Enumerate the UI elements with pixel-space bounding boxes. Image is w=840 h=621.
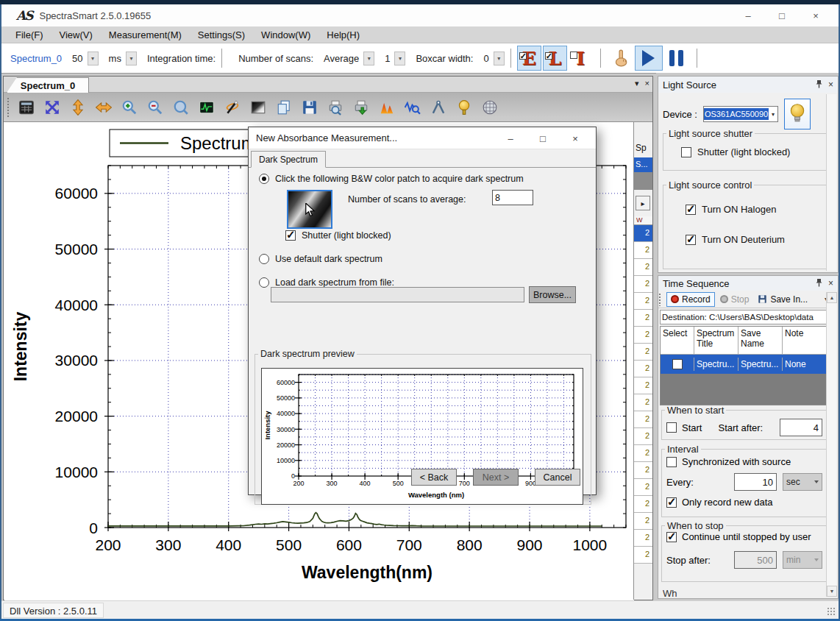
- dialog-close-button[interactable]: ×: [559, 127, 591, 149]
- zoom-region-icon[interactable]: [168, 95, 193, 120]
- stop-button[interactable]: Stop: [716, 293, 753, 306]
- strip-data-row[interactable]: 2: [634, 259, 652, 276]
- strip-data-row[interactable]: 2: [634, 394, 652, 411]
- sync-checkbox[interactable]: [666, 457, 677, 467]
- save-icon[interactable]: [296, 95, 322, 120]
- strip-data-row[interactable]: 2: [634, 479, 652, 496]
- start-checkbox[interactable]: [666, 422, 677, 433]
- browse-button[interactable]: Browse...: [529, 286, 576, 303]
- load-radio[interactable]: [259, 277, 269, 288]
- wave-search-icon[interactable]: [399, 95, 425, 120]
- panel-close-icon[interactable]: ×: [828, 278, 833, 288]
- copy-icon[interactable]: [271, 95, 296, 120]
- scroll-up-icon[interactable]: ▲: [827, 292, 837, 303]
- strip-expand-button[interactable]: ▸: [636, 196, 650, 210]
- strip-data-row[interactable]: 2: [634, 445, 652, 462]
- measure-caliper-icon[interactable]: [425, 95, 451, 120]
- scans-to-average-input[interactable]: [492, 190, 533, 205]
- strip-data-row[interactable]: 2: [634, 327, 652, 344]
- minimize-button[interactable]: –: [731, 4, 765, 26]
- tab-close-icon[interactable]: ×: [645, 79, 649, 88]
- shutter-checkbox[interactable]: [681, 147, 691, 157]
- integration-unit-dropdown-icon[interactable]: ▾: [126, 52, 137, 65]
- start-after-input[interactable]: [780, 419, 822, 436]
- strip-data-row[interactable]: 2: [634, 225, 652, 242]
- bw-color-patch-button[interactable]: [287, 190, 332, 229]
- docked-data-strip[interactable]: Sp S... ▸ W22222222222222222222: [633, 122, 652, 600]
- channel-toggle-i[interactable]: I: [569, 46, 593, 71]
- integration-time-value[interactable]: 50: [72, 53, 82, 64]
- menu-item-filef[interactable]: File(F): [7, 27, 51, 43]
- scans-mode-dropdown-icon[interactable]: ▾: [363, 52, 374, 65]
- row-select-checkbox[interactable]: [672, 359, 683, 369]
- time-sequence-scrollbar[interactable]: ▲ ▼: [826, 292, 836, 597]
- strip-data-row[interactable]: 2: [634, 310, 652, 327]
- peaks-icon[interactable]: [374, 95, 399, 120]
- pin-icon[interactable]: [816, 79, 822, 91]
- mesh-sphere-icon[interactable]: [477, 95, 502, 120]
- magic-wand-icon[interactable]: [219, 95, 245, 120]
- cancel-button[interactable]: Cancel: [535, 469, 580, 486]
- shutter-checkbox-row[interactable]: Shutter (light blocked): [681, 146, 834, 157]
- halogen-checkbox[interactable]: [686, 205, 696, 215]
- strip-data-row[interactable]: 2: [634, 276, 652, 293]
- load-radio-row[interactable]: Load dark spectrum from file:: [259, 277, 394, 288]
- strip-data-row[interactable]: 2: [634, 293, 652, 310]
- menu-item-viewv[interactable]: View(V): [51, 27, 101, 43]
- device-dropdown-icon[interactable]: ▾: [769, 111, 777, 118]
- only-new-checkbox[interactable]: [666, 497, 677, 508]
- scans-mode-value[interactable]: Average: [324, 53, 359, 64]
- zoom-extents-icon[interactable]: [39, 95, 65, 120]
- boxcar-width-value[interactable]: 0: [483, 53, 488, 64]
- strip-data-row[interactable]: 2: [634, 428, 652, 445]
- every-unit-combobox[interactable]: sec: [783, 473, 822, 491]
- tab-dark-spectrum[interactable]: Dark Spectrum: [251, 151, 326, 168]
- menu-item-windoww[interactable]: Window(W): [253, 27, 318, 43]
- scans-count-dropdown-icon[interactable]: ▾: [394, 52, 405, 65]
- table-column-header[interactable]: Note: [783, 327, 827, 355]
- default-radio[interactable]: [259, 254, 269, 264]
- oscilloscope-icon[interactable]: [193, 95, 219, 120]
- dialog-shutter-row[interactable]: Shutter (light blocked): [285, 230, 391, 241]
- halogen-checkbox-row[interactable]: Turn ON Halogen: [686, 204, 834, 215]
- continue-checkbox[interactable]: [666, 532, 677, 542]
- print-export-icon[interactable]: [348, 95, 374, 120]
- strip-data-row[interactable]: 2: [634, 496, 652, 513]
- dialog-maximize-button[interactable]: □: [527, 127, 559, 149]
- scale-vertical-icon[interactable]: [65, 95, 90, 120]
- stop-after-input[interactable]: [734, 551, 777, 569]
- menu-item-measurementm[interactable]: Measurement(M): [101, 27, 190, 43]
- tab-list-dropdown-icon[interactable]: ▾: [635, 79, 639, 88]
- single-acquire-button[interactable]: [607, 46, 635, 71]
- dialog-minimize-button[interactable]: –: [494, 127, 527, 149]
- table-column-header[interactable]: Save Name: [738, 327, 783, 355]
- pin-icon[interactable]: [816, 278, 822, 289]
- menu-item-helph[interactable]: Help(H): [318, 27, 368, 43]
- deuterium-checkbox[interactable]: [686, 235, 696, 245]
- print-preview-icon[interactable]: [322, 95, 348, 120]
- table-column-header[interactable]: Select: [661, 327, 694, 355]
- integration-time-dropdown-icon[interactable]: ▾: [88, 52, 99, 65]
- deuterium-checkbox-row[interactable]: Turn ON Deuterium: [686, 234, 834, 245]
- strip-data-row[interactable]: 2: [634, 530, 652, 547]
- close-button[interactable]: ×: [799, 4, 833, 26]
- table-column-header[interactable]: Spectrum Title: [694, 327, 738, 355]
- strip-data-row[interactable]: 2: [634, 344, 652, 361]
- tab-spectrum-0[interactable]: Spectrum_0: [7, 77, 89, 93]
- channel-checkbox-i[interactable]: [570, 52, 577, 59]
- channel-toggle-e[interactable]: E: [517, 46, 541, 71]
- stop-after-unit-combobox[interactable]: min: [783, 551, 822, 569]
- dark-spectrum-patch-icon[interactable]: [245, 95, 271, 120]
- default-radio-row[interactable]: Use default dark spectrum: [259, 254, 382, 264]
- maximize-button[interactable]: □: [765, 4, 799, 26]
- menu-item-settingss[interactable]: Settings(S): [190, 27, 253, 43]
- active-spectrum-link[interactable]: Spectrum_0: [10, 53, 62, 64]
- scroll-down-icon[interactable]: ▼: [827, 586, 837, 597]
- table-row[interactable]: Spectru...Spectru...None: [661, 355, 827, 374]
- dialog-shutter-checkbox[interactable]: [285, 230, 296, 241]
- strip-data-row[interactable]: 2: [634, 377, 652, 394]
- spreadsheet-view-icon[interactable]: [13, 95, 39, 120]
- scale-horizontal-icon[interactable]: [90, 95, 116, 120]
- resize-grip[interactable]: [827, 607, 836, 616]
- strip-data-row[interactable]: 2: [634, 547, 652, 564]
